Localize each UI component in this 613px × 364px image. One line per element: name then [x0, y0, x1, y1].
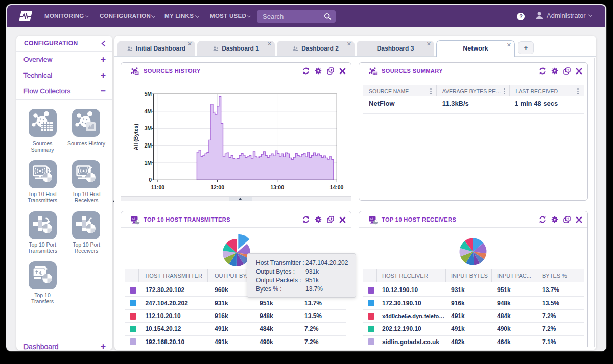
svg-text:3M: 3M [144, 125, 152, 131]
svg-text:1M: 1M [144, 160, 152, 166]
svg-text:0: 0 [149, 177, 152, 183]
svg-text:2M: 2M [144, 142, 152, 149]
svg-text:All (Bytes): All (Bytes) [133, 124, 139, 150]
svg-text:12:00: 12:00 [210, 184, 224, 190]
svg-text:11:00: 11:00 [151, 184, 164, 190]
svg-text:14:00: 14:00 [330, 184, 344, 190]
svg-text:4M: 4M [144, 108, 152, 114]
svg-text:13:00: 13:00 [270, 184, 284, 190]
svg-text:5M: 5M [144, 91, 152, 97]
